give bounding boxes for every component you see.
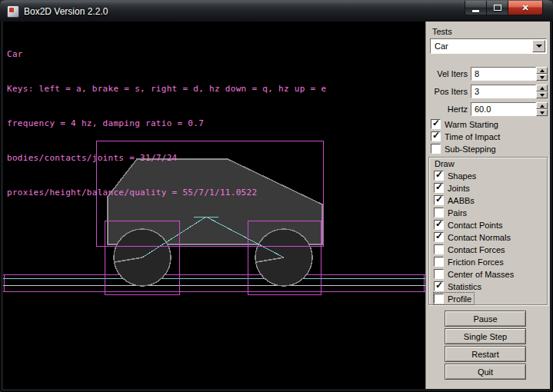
pause-button[interactable]: Pause xyxy=(445,311,526,327)
close-button[interactable]: ✕ xyxy=(508,1,543,15)
app-icon xyxy=(7,5,19,18)
checkbox-box xyxy=(434,183,444,193)
arrow-up-icon xyxy=(540,69,545,72)
checkbox-label: Statistics xyxy=(448,282,481,291)
test-select-value: Car xyxy=(435,42,448,51)
vel-iters-label: Vel Iters xyxy=(426,69,468,78)
checkbox-box xyxy=(431,144,441,154)
draw-group-title: Draw xyxy=(435,159,455,168)
pos-iters-label: Pos Iters xyxy=(426,87,468,96)
frequency-text: frequency = 4 hz, damping ratio = 0.7 xyxy=(7,118,326,129)
checkbox-pairs[interactable]: Pairs xyxy=(434,207,469,218)
checkbox-label: Sub-Stepping xyxy=(445,145,496,154)
simulation-canvas[interactable]: Car Keys: left = a, brake = s, right = d… xyxy=(3,22,425,389)
checkbox-box xyxy=(434,281,444,291)
checkbox-label: Contact Normals xyxy=(448,233,511,242)
checkbox-contact-forces[interactable]: Contact Forces xyxy=(434,244,508,255)
keys-help-text: Keys: left = a, brake = s, right = d, hz… xyxy=(7,83,326,95)
checkbox-label: Profile xyxy=(448,294,471,304)
checkbox-profile[interactable]: Profile xyxy=(434,293,474,304)
minimize-button[interactable] xyxy=(465,1,487,15)
checkbox-friction-forces[interactable]: Friction Forces xyxy=(434,256,506,267)
hertz-down-button[interactable] xyxy=(536,109,548,116)
checkbox-box xyxy=(434,195,444,205)
proxies-stats-text: proxies/height/balance/quality = 55/7/1/… xyxy=(7,187,326,198)
checkbox-label: Shapes xyxy=(448,171,476,181)
checkbox-label: Contact Forces xyxy=(448,245,505,254)
checkbox-contact-points[interactable]: Contact Points xyxy=(434,219,505,231)
checkbox-label: Center of Masses xyxy=(448,270,514,279)
checkbox-box xyxy=(434,208,444,218)
checkbox-box xyxy=(434,244,444,254)
test-select-dropdown-button[interactable] xyxy=(532,40,545,52)
checkbox-aabbs[interactable]: AABBs xyxy=(434,194,477,206)
arrow-up-icon xyxy=(540,105,545,108)
single-step-button[interactable]: Single Step xyxy=(445,328,526,344)
test-title-text: Car xyxy=(7,48,326,60)
debug-text-overlay: Car Keys: left = a, brake = s, right = d… xyxy=(7,25,326,221)
checkbox-box xyxy=(431,131,441,141)
checkbox-contact-normals[interactable]: Contact Normals xyxy=(434,231,513,243)
checkbox-warm-starting[interactable]: Warm Starting xyxy=(431,118,501,130)
checkbox-label: Warm Starting xyxy=(445,120,498,129)
checkbox-sub-stepping[interactable]: Sub-Stepping xyxy=(431,143,498,154)
vel-iters-row: Vel Iters 8 xyxy=(426,67,551,81)
arrow-down-icon xyxy=(540,111,545,115)
hertz-up-button[interactable] xyxy=(536,102,548,109)
arrow-down-icon xyxy=(540,76,545,79)
checkbox-label: Friction Forces xyxy=(448,257,504,267)
pos-iters-spinner xyxy=(536,85,548,98)
vel-iters-down-button[interactable] xyxy=(536,74,548,81)
checkbox-joints[interactable]: Joints xyxy=(434,182,472,194)
checkbox-box xyxy=(434,220,444,230)
bodies-stats-text: bodies/contacts/joints = 31/7/24 xyxy=(7,152,326,164)
checkbox-box xyxy=(434,294,444,304)
vel-iters-input[interactable]: 8 xyxy=(471,67,536,81)
test-select[interactable]: Car xyxy=(430,38,547,54)
pos-iters-up-button[interactable] xyxy=(536,85,548,91)
draw-group: Draw Shapes Joints AABBs Pairs xyxy=(428,157,548,305)
tests-label: Tests xyxy=(432,27,452,36)
checkbox-time-of-impact[interactable]: Time of Impact xyxy=(431,131,502,142)
checkbox-box xyxy=(434,269,444,279)
restart-button[interactable]: Restart xyxy=(445,346,526,362)
pos-iters-down-button[interactable] xyxy=(536,91,548,98)
close-icon: ✕ xyxy=(521,4,528,12)
checkbox-label: Joints xyxy=(448,184,470,193)
titlebar[interactable]: Box2D Version 2.2.0 ✕ xyxy=(0,0,553,22)
checkbox-label: Time of Impact xyxy=(445,132,500,141)
checkbox-label: AABBs xyxy=(448,196,475,205)
control-panel: Tests Car Vel Iters 8 Pos Iters 3 xyxy=(425,22,550,389)
arrow-down-icon xyxy=(540,94,545,97)
checkbox-center-of-masses[interactable]: Center of Masses xyxy=(434,268,516,280)
arrow-up-icon xyxy=(540,87,545,90)
minimize-icon xyxy=(472,10,479,12)
pos-iters-input[interactable]: 3 xyxy=(471,85,536,98)
checkbox-box xyxy=(434,171,444,181)
checkbox-statistics[interactable]: Statistics xyxy=(434,281,484,292)
window-title: Box2D Version 2.2.0 xyxy=(24,6,108,17)
checkbox-shapes[interactable]: Shapes xyxy=(434,170,478,181)
maximize-button[interactable] xyxy=(486,1,508,15)
checkbox-box xyxy=(434,232,444,242)
quit-button[interactable]: Quit xyxy=(445,364,526,380)
app-window: Box2D Version 2.2.0 ✕ Car Keys: left = a… xyxy=(0,0,553,392)
checkbox-label: Pairs xyxy=(448,208,467,218)
vel-iters-spinner xyxy=(536,67,548,81)
checkbox-box xyxy=(434,257,444,267)
chevron-down-icon xyxy=(536,45,542,48)
checkbox-label: Contact Points xyxy=(448,221,503,230)
window-controls: ✕ xyxy=(465,1,543,15)
window-content: Car Keys: left = a, brake = s, right = d… xyxy=(3,22,550,389)
checkbox-box xyxy=(431,119,441,129)
maximize-icon xyxy=(494,5,501,11)
hertz-row: Hertz 60.0 xyxy=(426,102,551,116)
hertz-input[interactable]: 60.0 xyxy=(471,102,536,116)
hertz-spinner xyxy=(536,102,548,116)
pos-iters-row: Pos Iters 3 xyxy=(426,85,551,98)
hertz-label: Hertz xyxy=(426,105,468,114)
vel-iters-up-button[interactable] xyxy=(536,67,548,74)
